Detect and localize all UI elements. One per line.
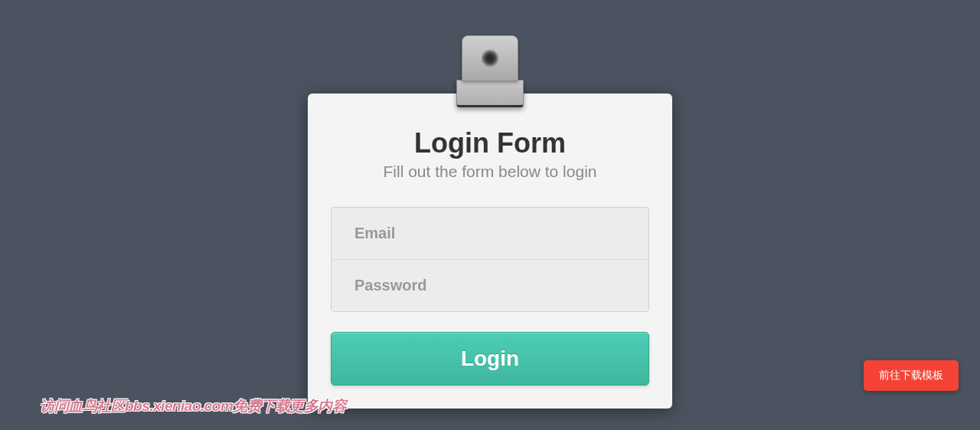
download-template-button[interactable]: 前往下载模板 — [864, 360, 959, 391]
watermark-text: 访问血鸟社区bbs.xieniao.com免费下载更多内容 — [40, 396, 346, 416]
password-input[interactable] — [332, 260, 648, 311]
form-subtitle: Fill out the form below to login — [331, 162, 649, 181]
clip-hole — [482, 50, 498, 67]
login-button[interactable]: Login — [331, 332, 649, 386]
login-card: Login Form Fill out the form below to lo… — [308, 94, 672, 409]
clip-top — [462, 35, 518, 81]
input-group — [331, 207, 649, 312]
clipboard-clip-icon — [462, 35, 518, 112]
email-input[interactable] — [332, 208, 648, 260]
form-title: Login Form — [331, 127, 649, 159]
clip-bottom — [456, 80, 524, 107]
